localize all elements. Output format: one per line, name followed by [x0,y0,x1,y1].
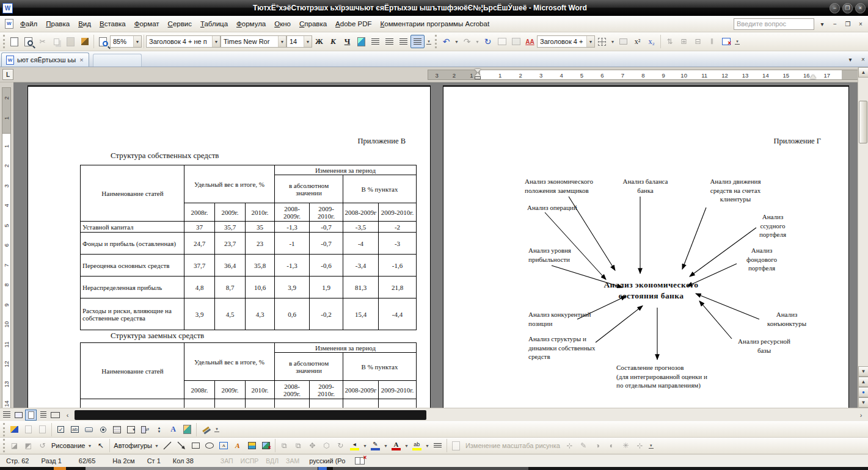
toolbar-options-icon[interactable]: ▾ [213,423,221,436]
status-flag-ext[interactable]: ВДЛ [262,457,282,465]
listbox-control-icon[interactable] [110,423,124,436]
rectangle-icon[interactable] [189,439,203,452]
shading-icon[interactable] [616,35,630,48]
document-tab[interactable]: W ьют єяЁртыхэш ьы × [1,52,89,67]
line-style-icon[interactable] [431,439,445,452]
autoshapes-menu-button[interactable]: Автофигуры ▼ [112,442,161,449]
more-tools-icon[interactable] [199,423,213,436]
tab-close-icon[interactable]: × [79,56,84,63]
clipart-icon[interactable] [245,439,259,452]
menu-item-4[interactable]: Формат [130,18,164,30]
edit-points-icon[interactable]: ⬡ [319,439,334,452]
indent-marker[interactable] [475,69,481,81]
toolbar-grip[interactable] [3,439,5,452]
normal-view-icon[interactable] [1,410,12,421]
fill-color-dropdown-icon[interactable]: ▼ [362,439,368,452]
menu-item-8[interactable]: Окно [270,18,295,30]
menu-item-2[interactable]: Вид [74,18,95,30]
label-control-icon[interactable]: A [166,423,180,436]
style-select[interactable]: Заголовок 4 + не п▼ [146,35,221,48]
wordart-icon[interactable]: A [231,439,245,452]
doc-close-button[interactable]: × [856,19,866,29]
horizontal-scroll-thumb[interactable] [75,410,426,420]
cut-icon[interactable]: ✂ [35,35,49,48]
scroll-left-icon[interactable]: ‹ [62,410,73,421]
vertical-scroll-track[interactable] [858,78,868,366]
minimize-button[interactable]: − [830,3,840,13]
menu-item-6[interactable]: Таблица [196,18,232,30]
scroll-down-icon[interactable]: ▼ [858,366,868,377]
image-control-icon[interactable] [180,423,194,436]
vertical-scroll-thumb[interactable] [859,101,867,143]
tabbar-close-icon[interactable]: × [858,54,868,64]
chevron-down-icon[interactable]: ▼ [278,36,286,47]
chevron-down-icon[interactable]: ▼ [212,36,220,47]
vertical-scrollbar[interactable]: ▲ ▼ ▲ ● ▼ [858,67,868,408]
view-code-icon[interactable] [35,423,49,436]
spin-control-icon[interactable]: ▲▼ [152,423,166,436]
drawing-menu-button[interactable]: Рисование ▼ [49,442,93,449]
copy-icon[interactable] [49,35,64,48]
font-select[interactable]: Times New Ror▼ [221,35,286,48]
picture-toolbar-icon[interactable] [449,439,463,452]
group-icon[interactable]: ⧉ [277,439,291,452]
insert-table-icon[interactable] [495,35,509,48]
page-left[interactable]: Приложение В Структура собственных средс… [27,85,431,408]
crop-icon[interactable]: ⊹ [563,439,577,452]
toolbar-grip[interactable] [435,35,437,48]
scroll-up-icon[interactable]: ▲ [858,67,868,78]
line-color-dropdown-icon[interactable]: ▼ [382,439,389,452]
zoom-select[interactable]: 85%▼ [110,35,142,48]
ungroup-icon[interactable]: ⧉ [291,439,305,452]
refresh-icon[interactable]: ↻ [481,35,495,48]
outline-view-icon[interactable] [37,410,49,421]
arrow-shape-icon[interactable] [175,439,189,452]
status-flag-track[interactable]: ИСПР [237,457,263,465]
new-document-icon[interactable] [7,35,21,48]
doc-restore-button[interactable]: ❐ [843,19,853,29]
close-button[interactable]: × [855,3,866,13]
rotate-icon[interactable]: ↺ [35,439,49,452]
line-color-icon[interactable]: ✎ [368,439,382,452]
text-box-icon[interactable]: A [217,439,231,452]
redo-dropdown-icon[interactable]: ▼ [474,35,481,48]
insert-excel-table-icon[interactable] [509,35,523,48]
redo-icon[interactable]: ↷ [460,35,474,48]
font-size-select[interactable]: 14▼ [286,35,312,48]
print-layout-view-icon[interactable] [25,410,37,421]
picture-icon[interactable]: × [259,439,273,452]
merge-cells-icon[interactable]: ⊞ [677,35,691,48]
option-control-icon[interactable] [96,423,110,436]
toolbar-options-icon[interactable]: ▾ [647,439,655,452]
document-icon[interactable] [5,19,13,29]
borders-icon[interactable] [595,35,609,48]
menu-item-7[interactable]: Формула [232,18,270,30]
change-case-icon[interactable]: АА [523,35,537,48]
contrast-more-icon[interactable]: ◑ [591,439,605,452]
nudge-icon[interactable]: ✥ [305,439,319,452]
reset-picture-icon[interactable]: ⊹ [633,439,647,452]
web-layout-view-icon[interactable] [13,410,24,421]
toolbar-grip[interactable] [3,423,5,436]
menu-item-11[interactable]: Комментарии программы Acrobat [376,18,494,30]
font-color-dropdown-icon[interactable]: ▼ [403,439,410,452]
sort-icon[interactable]: ⇅ [663,35,677,48]
toggle-control-icon[interactable]: ⇄ [138,423,152,436]
checkbox-control-icon[interactable]: ✓ [54,423,68,436]
page-right[interactable]: Приложение Г Анализ э [443,85,849,408]
menu-item-1[interactable]: Правка [42,18,74,30]
line-type-icon[interactable]: ✎ [577,439,591,452]
underline-button[interactable]: Ч [340,35,354,48]
bold-button[interactable]: Ж [312,35,326,48]
status-flag-rec[interactable]: ЗАП [217,457,237,465]
delete-table-icon[interactable]: × [719,35,733,48]
style2-select[interactable]: Заголовок 4 +▼ [537,35,595,48]
undo-icon[interactable]: ↶ [439,35,453,48]
chevron-down-icon[interactable]: ▼ [304,36,312,47]
highlight-dropdown-icon[interactable]: ▼ [424,439,431,452]
doc-minimize-button[interactable]: − [830,19,840,29]
italic-button[interactable]: К [326,35,340,48]
print-icon[interactable] [21,35,35,48]
align-center-icon[interactable] [382,35,396,48]
insert-picture-icon[interactable] [354,35,368,48]
